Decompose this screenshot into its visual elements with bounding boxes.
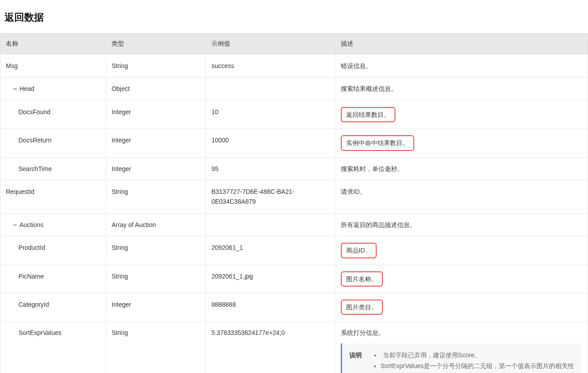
cell-name-text: Head [19,85,34,92]
cell-example [206,77,335,100]
th-type: 类型 [106,34,206,55]
cell-desc: 实例中命中结果数目。 [335,129,588,157]
cell-name: RequestId [0,180,106,213]
cell-name: ProductId [0,236,106,265]
row-auctions: −Auctions Array of Auction 所有返回的商品描述信息。 [0,213,588,236]
cell-desc: 所有返回的商品描述信息。 [335,213,588,236]
cell-type: Integer [106,157,206,180]
cell-name: SortExprValues [0,322,106,373]
cell-example: 8888888 [206,293,335,321]
cell-type: Integer [106,100,206,129]
cell-type: Integer [106,293,206,321]
cell-example: 10000 [206,129,335,157]
row-sortexprvalues: SortExprValues String 5.37633353624177e+… [0,322,588,373]
cell-name-text: Auctions [19,221,43,228]
th-name: 名称 [0,34,106,55]
cell-type: String [106,55,206,77]
note-box: 说明 当前字段已弃用，建议使用Score。 SortExprValues是一个分… [341,343,582,373]
collapse-icon[interactable]: − [13,220,17,230]
th-example: 示例值 [206,34,335,55]
cell-type: String [106,265,206,293]
row-picname: PicName String 2092061_1.jpg 图片名称。 [0,265,588,293]
cell-example: 10 [206,100,335,129]
cell-name: −Head [0,77,106,100]
row-docsfound: DocsFound Integer 10 返回结果数目。 [0,100,588,129]
cell-desc: 搜索结果概述信息。 [335,77,588,100]
cell-example: 2092061_1.jpg [206,265,335,293]
row-categoryid: CategoryId Integer 8888888 图片类目。 [0,293,588,321]
cell-desc: 图片类目。 [335,293,588,321]
cell-desc: 错误信息。 [335,55,588,77]
cell-example: 5.37633353624177e+24;0 [206,322,335,373]
note-label: 说明 [349,350,362,361]
cell-example [206,213,335,236]
highlight-annotation: 图片名称。 [341,271,383,287]
cell-desc: 搜索耗时，单位毫秒。 [335,157,588,180]
collapse-icon[interactable]: − [13,84,17,94]
note-list: SortExprValues是一个分号分隔的二元组，第一个值表示图片的相关性分数… [381,361,575,373]
cell-type: Integer [106,129,206,157]
section-title: 返回数据 [4,11,588,24]
cell-name: Msg [0,55,106,77]
cell-example: B3137727-7D6E-488C-BA21-0E034C38A879 [206,180,335,213]
row-docsreturn: DocsReturn Integer 10000 实例中命中结果数目。 [0,129,588,157]
cell-type: Array of Auction [106,213,206,236]
row-productid: ProductId String 2092061_1 商品ID。 [0,236,588,265]
cell-name: DocsReturn [0,129,106,157]
cell-name: −Auctions [0,213,106,236]
desc-lead: 系统打分信息。 [341,328,582,338]
note-bullet: SortExprValues是一个分号分隔的二元组，第一个值表示图片的相关性分数… [381,361,575,373]
row-msg: Msg String success 错误信息。 [0,55,588,77]
cell-desc: 返回结果数目。 [335,100,588,129]
cell-name: CategoryId [0,293,106,321]
cell-type: String [106,322,206,373]
cell-example: success [206,55,335,77]
row-searchtime: SearchTime Integer 95 搜索耗时，单位毫秒。 [0,157,588,180]
row-head: −Head Object 搜索结果概述信息。 [0,77,588,100]
return-data-table: 名称 类型 示例值 描述 Msg String success 错误信息。 −H… [0,33,588,373]
cell-type: String [106,180,206,213]
highlight-annotation: 返回结果数目。 [341,107,395,122]
highlight-annotation: 实例中命中结果数目。 [341,135,414,150]
note-bullet: 当前字段已弃用，建议使用Score。 [374,350,481,361]
highlight-annotation: 图片类目。 [341,300,383,315]
cell-name: PicName [0,265,106,293]
cell-type: Object [106,77,206,100]
cell-desc: 请求ID。 [335,180,588,213]
cell-desc: 商品ID。 [335,236,588,265]
table-header-row: 名称 类型 示例值 描述 [0,34,588,55]
highlight-annotation: 商品ID。 [341,243,377,258]
cell-type: String [106,236,206,265]
cell-name: SearchTime [0,157,106,180]
row-requestid: RequestId String B3137727-7D6E-488C-BA21… [0,180,588,213]
cell-desc: 系统打分信息。 说明 当前字段已弃用，建议使用Score。 SortExprVa… [335,322,588,373]
th-desc: 描述 [335,34,588,55]
cell-example: 2092061_1 [206,236,335,265]
cell-name: DocsFound [0,100,106,129]
cell-example: 95 [206,157,335,180]
cell-desc: 图片名称。 [335,265,588,293]
